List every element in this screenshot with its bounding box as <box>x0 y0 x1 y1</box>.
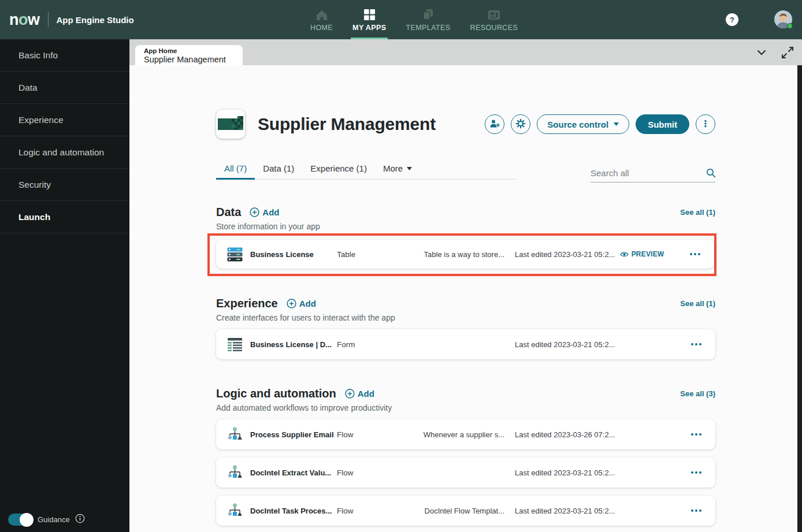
app-logo-icon <box>216 110 245 139</box>
section-subtitle: Create interfaces for users to interact … <box>216 313 715 322</box>
row-name: DocIntel Extract Valu... <box>250 468 337 477</box>
experience-row-business-license-form[interactable]: Business License | D... Form Last edited… <box>216 329 715 359</box>
row-description: Table is a way to store... <box>389 250 504 259</box>
search-input[interactable] <box>591 168 706 178</box>
see-all-data-link[interactable]: See all (1) <box>680 208 715 217</box>
settings-button[interactable] <box>511 114 530 134</box>
highlight-annotation-box: Business License Table Table is a way to… <box>207 233 716 276</box>
submit-button[interactable]: Submit <box>636 114 689 134</box>
add-experience-button[interactable]: Add <box>287 299 316 308</box>
right-edge-panel <box>797 65 802 532</box>
row-last-edited: Last edited 2023-03-21 05:2... <box>515 468 610 477</box>
row-description: Whenever a supplier s... <box>389 430 504 439</box>
source-control-button[interactable]: Source control <box>537 114 629 134</box>
sidebar-item-basic-info[interactable]: Basic Info <box>0 39 129 72</box>
main-content: Supplier Management Source control <box>129 65 797 532</box>
row-last-edited: Last edited 2023-03-21 05:2... <box>515 250 610 259</box>
row-type: Form <box>337 340 389 349</box>
grid-icon <box>363 8 376 21</box>
table-icon <box>227 247 243 262</box>
kebab-menu-icon <box>700 118 711 131</box>
top-navigation-bar: now App Engine Studio HOME MY APPS TEMPL… <box>0 0 802 39</box>
help-icon[interactable]: ? <box>726 13 738 26</box>
form-icon <box>227 337 243 352</box>
section-subtitle: Store information in your app <box>216 222 715 231</box>
section-header-experience: Experience Add See all (1) <box>216 297 715 310</box>
row-more-options-button[interactable] <box>691 430 701 439</box>
see-all-logic-link[interactable]: See all (3) <box>680 389 715 398</box>
page-title: Supplier Management <box>258 114 436 134</box>
nav-label: TEMPLATES <box>406 24 450 32</box>
app-home-tab[interactable]: App Home Supplier Management <box>135 45 243 65</box>
nav-item-my-apps[interactable]: MY APPS <box>343 0 396 39</box>
row-name: Business License <box>250 250 337 259</box>
row-type: Flow <box>337 430 389 439</box>
nav-item-home[interactable]: HOME <box>300 0 343 39</box>
tab-all[interactable]: All (7) <box>216 163 255 179</box>
sidebar-item-experience[interactable]: Experience <box>0 104 129 136</box>
user-avatar[interactable] <box>774 10 792 28</box>
row-more-options-button[interactable] <box>691 340 701 349</box>
filter-row: All (7) Data (1) Experience (1) More <box>216 163 715 181</box>
source-control-label: Source control <box>547 120 608 129</box>
sidebar-item-launch[interactable]: Launch <box>0 201 129 233</box>
add-label: Add <box>262 207 279 217</box>
tab-data[interactable]: Data (1) <box>255 163 302 179</box>
sidebar-item-data[interactable]: Data <box>0 72 129 104</box>
section-title: Logic and automation <box>216 387 336 400</box>
tab-more[interactable]: More <box>375 163 420 179</box>
row-type: Flow <box>337 507 389 515</box>
search-box <box>591 168 715 183</box>
workspace-tab-strip: App Home Supplier Management <box>129 39 802 65</box>
guidance-label: Guidance <box>38 515 70 524</box>
templates-icon <box>422 8 435 21</box>
guidance-toggle[interactable] <box>8 514 32 526</box>
add-data-button[interactable]: Add <box>250 207 279 217</box>
eye-icon <box>620 251 629 258</box>
more-actions-button[interactable] <box>696 114 715 134</box>
row-more-options-button[interactable] <box>690 250 700 259</box>
search-icon[interactable] <box>706 168 716 178</box>
row-last-edited: Last edited 2023-03-21 05:2... <box>515 507 610 515</box>
online-status-dot <box>787 23 793 29</box>
add-collaborator-button[interactable] <box>485 114 504 134</box>
app-header: Supplier Management Source control <box>216 110 715 139</box>
plus-circle-icon <box>345 389 355 399</box>
logic-row-process-supplier-email[interactable]: Process Supplier Email Flow Whenever a s… <box>216 419 715 449</box>
row-description: DocIntel Flow Templat... <box>389 507 504 515</box>
add-label: Add <box>358 389 374 399</box>
filter-tabs: All (7) Data (1) Experience (1) More <box>216 163 515 180</box>
section-title: Data <box>216 206 241 219</box>
preview-button[interactable]: PREVIEW <box>610 250 674 258</box>
expand-icon[interactable] <box>780 45 795 60</box>
tab-experience[interactable]: Experience (1) <box>302 163 375 179</box>
logo-divider <box>48 12 49 27</box>
row-more-options-button[interactable] <box>691 468 701 477</box>
tab-title: Supplier Management <box>144 55 243 64</box>
section-header-data: Data Add See all (1) <box>216 206 715 219</box>
logic-row-docintel-task[interactable]: DocIntel Task Proces... Flow DocIntel Fl… <box>216 496 715 526</box>
add-logic-button[interactable]: Add <box>345 389 374 399</box>
tab-kicker: App Home <box>144 47 243 54</box>
logic-row-docintel-extract[interactable]: DocIntel Extract Valu... Flow Last edite… <box>216 457 715 488</box>
data-row-business-license[interactable]: Business License Table Table is a way to… <box>216 240 714 269</box>
now-logo[interactable]: now <box>9 11 40 29</box>
sidebar-item-logic-and-automation[interactable]: Logic and automation <box>0 136 129 169</box>
info-icon[interactable] <box>75 514 85 526</box>
chevron-down-icon[interactable] <box>754 45 769 60</box>
toggle-knob <box>20 513 34 527</box>
row-type: Flow <box>337 468 389 477</box>
row-name: Process Supplier Email <box>250 430 337 439</box>
nav-item-resources[interactable]: RESOURCES <box>460 0 528 39</box>
left-sidebar: Basic Info Data Experience Logic and aut… <box>0 39 129 532</box>
nav-item-templates[interactable]: TEMPLATES <box>396 0 460 39</box>
nav-label: HOME <box>310 24 333 32</box>
row-name: Business License | D... <box>250 340 337 349</box>
plus-circle-icon <box>287 299 296 308</box>
row-more-options-button[interactable] <box>691 506 701 515</box>
see-all-experience-link[interactable]: See all (1) <box>680 299 715 308</box>
row-type: Table <box>337 250 389 259</box>
flow-icon <box>227 427 243 442</box>
sidebar-item-security[interactable]: Security <box>0 169 129 201</box>
row-name: DocIntel Task Proces... <box>250 507 337 515</box>
